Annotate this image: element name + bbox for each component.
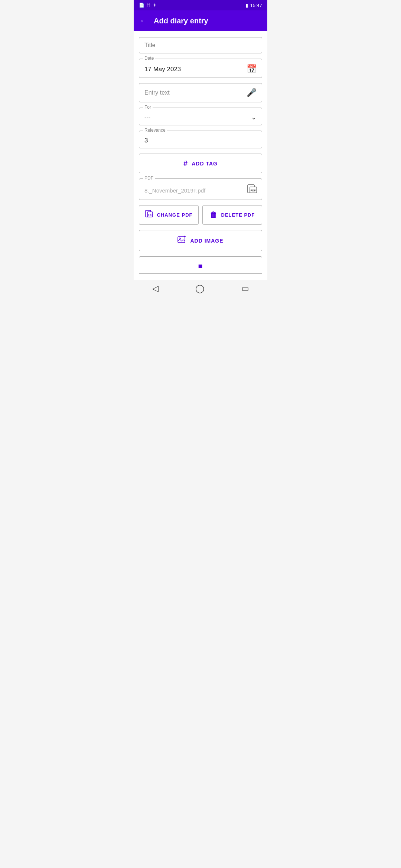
for-value: --- bbox=[144, 114, 150, 121]
pdf-label: PDF bbox=[143, 175, 155, 181]
add-image-button[interactable]: + ADD IMAGE bbox=[139, 230, 262, 251]
entry-text-placeholder[interactable]: Entry text bbox=[144, 89, 170, 96]
pdf-actions: PDF CHANGE PDF 🗑 DELETE PDF bbox=[139, 205, 262, 225]
entry-text-field: Entry text 🎤 bbox=[139, 83, 262, 102]
date-value: 17 May 2023 bbox=[144, 66, 181, 73]
nav-back-icon[interactable]: ◁ bbox=[152, 284, 159, 293]
add-image-label: ADD IMAGE bbox=[190, 238, 223, 244]
file-icon: 📄 bbox=[139, 3, 144, 8]
svg-text:PDF: PDF bbox=[251, 189, 256, 192]
relevance-value: 3 bbox=[144, 137, 257, 144]
add-image-icon: + bbox=[177, 236, 186, 246]
delete-pdf-button[interactable]: 🗑 DELETE PDF bbox=[202, 205, 262, 225]
for-field[interactable]: For --- ⌄ bbox=[139, 108, 262, 125]
wifi-icon: ⇈ bbox=[147, 3, 150, 8]
status-icons: 📄 ⇈ ☀ bbox=[139, 3, 157, 8]
relevance-label: Relevance bbox=[143, 128, 167, 133]
battery-icon: ▮ bbox=[245, 3, 248, 8]
nav-home-icon[interactable]: ◯ bbox=[195, 284, 205, 293]
svg-text:PDF: PDF bbox=[148, 214, 153, 216]
for-label: For bbox=[143, 105, 153, 110]
page-title: Add diary entry bbox=[154, 17, 208, 25]
partial-button-hint: ■ bbox=[139, 256, 262, 274]
pdf-icon: PDF bbox=[247, 184, 257, 196]
nav-recent-icon[interactable]: ▭ bbox=[241, 284, 249, 293]
time-display: 15:47 bbox=[250, 3, 262, 8]
calendar-icon[interactable]: 📅 bbox=[247, 64, 257, 74]
status-right: ▮ 15:47 bbox=[245, 3, 262, 8]
title-field bbox=[139, 37, 262, 53]
app-bar: ← Add diary entry bbox=[134, 10, 267, 31]
change-pdf-button[interactable]: PDF CHANGE PDF bbox=[139, 205, 199, 225]
back-button[interactable]: ← bbox=[140, 16, 148, 26]
delete-pdf-label: DELETE PDF bbox=[221, 212, 255, 218]
pdf-value: 8._November_2019F.pdf bbox=[144, 187, 205, 194]
svg-text:+: + bbox=[184, 236, 186, 239]
eye-icon: ☀ bbox=[153, 3, 157, 8]
main-content: Date 17 May 2023 📅 Entry text 🎤 For --- … bbox=[134, 31, 267, 280]
add-tag-label: ADD TAG bbox=[192, 161, 218, 167]
title-input[interactable] bbox=[144, 42, 257, 49]
change-pdf-label: CHANGE PDF bbox=[157, 212, 193, 218]
partial-icon: ■ bbox=[198, 262, 203, 270]
date-label: Date bbox=[143, 56, 155, 61]
pdf-field[interactable]: PDF 8._November_2019F.pdf PDF bbox=[139, 178, 262, 200]
add-tag-button[interactable]: # ADD TAG bbox=[139, 154, 262, 173]
relevance-field[interactable]: Relevance 3 bbox=[139, 131, 262, 148]
mic-icon[interactable]: 🎤 bbox=[247, 88, 257, 98]
trash-icon: 🗑 bbox=[210, 211, 218, 219]
nav-bar: ◁ ◯ ▭ bbox=[134, 280, 267, 298]
chevron-down-icon: ⌄ bbox=[251, 113, 257, 121]
pdf-change-icon: PDF bbox=[145, 210, 153, 220]
status-bar: 📄 ⇈ ☀ ▮ 15:47 bbox=[134, 0, 267, 10]
date-field[interactable]: Date 17 May 2023 📅 bbox=[139, 59, 262, 78]
hash-icon: # bbox=[183, 159, 188, 168]
